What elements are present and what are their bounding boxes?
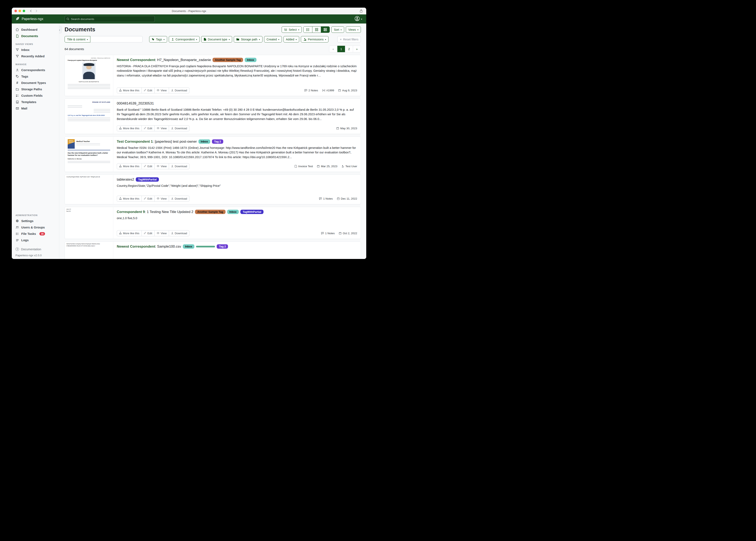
pagination-page-2[interactable]: 2 [345,46,353,52]
sort-button[interactable]: Sort ▾ [331,26,344,33]
brand[interactable]: Paperless-ngx [12,16,59,22]
document-thumbnail[interactable]: Serial Number,Company Name,Employee Mark… [65,242,113,259]
tag-pill[interactable]: TagWithPartial [240,210,263,214]
document-thumbnail[interactable]: ❋ BANK OF SCOTLAND 2,0 % p. a. auf Ihr T… [65,99,113,134]
minimize-window-button[interactable] [19,10,21,12]
document-title-link[interactable]: Test Correspondent 1: [paperless] test p… [117,140,197,144]
edit-button[interactable]: Edit [142,125,155,131]
sidebar-item-logs[interactable]: Logs [12,237,59,243]
tag-pill[interactable]: Tag 2 [217,244,228,249]
tag-pill[interactable]: Inbox [245,58,256,62]
title-content-input[interactable] [90,36,143,42]
tag-pill[interactable]: TagWithPartial [136,177,159,182]
document-title-link[interactable]: Newest Correspondent: Sample100.csv [117,245,181,249]
more-like-this-button[interactable]: More like this [117,163,142,169]
title-content-dropdown[interactable]: Title & content ▾ [65,36,90,42]
edit-button[interactable]: Edit [142,196,155,202]
more-like-this-button[interactable]: More like this [117,87,142,93]
close-window-button[interactable] [14,10,17,12]
storage-path-filter-button[interactable]: Storage path ▾ [234,36,262,42]
search-input[interactable] [65,16,155,22]
tags-filter-button[interactable]: Tags ▾ [149,36,167,42]
zoom-window-button[interactable] [23,10,25,12]
tag-pill[interactable]: Inbox [198,139,210,144]
sidebar-item-users-groups[interactable]: Users & Groups [12,224,59,231]
view-button[interactable]: View [154,163,169,169]
created-filter-button[interactable]: Created ▾ [264,36,282,42]
sidebar-item-settings[interactable]: ⚙ Settings [12,218,59,224]
user-menu[interactable]: ▾ [354,16,362,22]
diagram-icon [119,89,122,92]
view-button[interactable]: View [154,125,169,131]
document-title-link[interactable]: 0004814539_20230531 [117,101,154,106]
sidebar-item-documents[interactable]: Documents [12,33,59,39]
edit-button[interactable]: Edit [142,230,155,236]
notes-indicator[interactable]: 1 Notes [321,232,335,235]
back-icon[interactable] [30,9,32,12]
sidebar-item-custom-fields[interactable]: Custom Fields [12,92,59,99]
more-like-this-button[interactable]: More like this [117,125,142,131]
reset-filters-button[interactable]: × Reset filters [337,36,361,42]
sidebar-item-recently-added[interactable]: Recently Added [12,53,59,59]
sidebar-item-document-types[interactable]: # Document Types [12,80,59,86]
barcode-icon [322,89,325,92]
more-like-this-button[interactable]: More like this [117,230,142,236]
sidebar-item-correspondents[interactable]: Correspondents [12,67,59,73]
pagination-prev[interactable]: « [329,46,337,52]
document-card: HISTORIA - PRACA DLA CHĘTNYCH Francja po… [65,55,361,96]
tag-pill[interactable] [196,246,215,248]
download-button[interactable]: Download [169,230,189,236]
document-count: 64 documents [65,47,84,51]
pagination-next[interactable]: » [353,46,361,52]
edit-button[interactable]: Edit [142,87,155,93]
edit-button[interactable]: Edit [142,163,155,169]
notes-indicator[interactable]: 1 Notes [319,197,333,200]
tag-pill[interactable]: Inbox [227,210,239,214]
documentation-link[interactable]: ? Documentation [12,246,59,252]
download-button[interactable]: Download [169,196,189,202]
tag-pill[interactable]: Inbox [183,244,195,249]
caret-down-icon: ▾ [341,29,342,31]
hash-icon: # [15,81,19,85]
added-filter-button[interactable]: Added ▾ [283,36,299,42]
sidebar-item-storage-paths[interactable]: Storage Paths [12,86,59,92]
download-button[interactable]: Download [169,87,189,93]
view-button[interactable]: View [154,87,169,93]
sidebar-item-mail[interactable]: Mail [12,105,59,112]
notes-indicator[interactable]: 2 Notes [304,89,318,92]
document-thumbnail[interactable]: HISTORIA - PRACA DLA CHĘTNYCH Francja po… [65,55,113,96]
document-thumbnail[interactable]: one,1.0 five,5.0 [65,207,113,239]
view-list-button[interactable] [304,27,312,33]
document-title-link[interactable]: Newest Correspondent: H7_Napoleon_Bonapa… [117,58,211,62]
view-button[interactable]: View [154,230,169,236]
file-icon [295,165,297,168]
sidebar-item-file-tasks[interactable]: File Tasks 16 [12,231,59,237]
view-detail-button[interactable] [321,27,330,33]
select-button[interactable]: Select ▾ [282,26,302,33]
share-icon[interactable] [359,9,363,14]
document-title-link[interactable]: tablerates2 [117,178,134,182]
sidebar-item-templates[interactable]: Templates [12,99,59,105]
document-excerpt: Country,Region/State,"Zip/Postal Code","… [117,184,357,188]
tag-pill[interactable]: Another Sample Tag [213,58,243,62]
forward-icon[interactable] [35,9,38,12]
tag-pill[interactable]: Another Sample Tag [195,210,225,214]
download-button[interactable]: Download [169,163,189,169]
permissions-filter-button[interactable]: Permissions ▾ [301,36,328,42]
view-grid-button[interactable] [312,27,321,33]
sidebar-item-inbox[interactable]: Inbox [12,47,59,53]
view-button[interactable]: View [154,196,169,202]
views-button[interactable]: Views ▾ [346,26,361,33]
download-button[interactable]: Download [169,125,189,131]
document-thumbnail[interactable]: Country,Region/State,"Zip/Postal Code","… [65,175,113,204]
more-like-this-button[interactable]: More like this [117,196,142,202]
sidebar-collapse-button[interactable]: « [59,26,62,33]
tag-pill[interactable]: Tag 2 [212,139,223,144]
pagination-page-1[interactable]: 1 [337,46,345,52]
document-type-filter-button[interactable]: Document type ▾ [201,36,232,42]
correspondent-filter-button[interactable]: Correspondent ▾ [169,36,200,42]
document-thumbnail[interactable]: MEDICAL TEACHER Medical Teacher Has the … [65,137,113,172]
sidebar-item-tags[interactable]: Tags [12,73,59,80]
document-title-link[interactable]: Correspondent 9: 1 Testing New Title Upd… [117,210,193,214]
sidebar-item-dashboard[interactable]: Dashboard [12,26,59,33]
